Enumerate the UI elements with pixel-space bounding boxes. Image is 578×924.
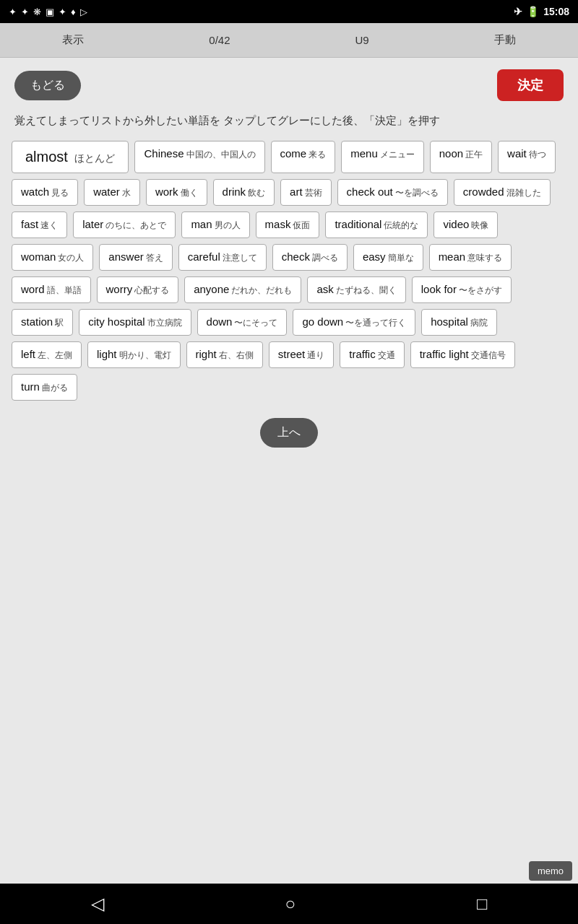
word-en: woman bbox=[21, 250, 56, 263]
word-tag[interactable]: crowded混雑した bbox=[454, 179, 551, 206]
word-jp: 速く bbox=[40, 220, 58, 230]
word-en: careful bbox=[188, 250, 220, 263]
word-jp: 女の人 bbox=[58, 253, 84, 263]
word-tag[interactable]: traffic交通 bbox=[340, 341, 404, 368]
word-jp: 曲がる bbox=[42, 383, 68, 393]
word-en: art bbox=[290, 186, 303, 198]
word-tag[interactable]: noon正午 bbox=[430, 141, 492, 173]
nav-progress: 0/42 bbox=[194, 34, 244, 46]
word-jp: 駅 bbox=[55, 318, 64, 328]
word-tag[interactable]: easy簡単な bbox=[353, 244, 423, 271]
word-tag[interactable]: laterのちに、あとで bbox=[73, 212, 176, 238]
word-tag[interactable]: watch見る bbox=[12, 179, 78, 206]
word-jp: 明かり、電灯 bbox=[119, 350, 171, 360]
word-tag[interactable]: traffic light交通信号 bbox=[410, 341, 515, 368]
word-en: Chinese bbox=[144, 147, 184, 160]
scroll-up-button[interactable]: 上へ bbox=[260, 418, 318, 448]
word-en: answer bbox=[108, 250, 143, 263]
word-tag[interactable]: wait待つ bbox=[498, 141, 556, 173]
word-tag[interactable]: man男の人 bbox=[181, 212, 249, 238]
word-tag[interactable]: down〜にそって bbox=[197, 309, 288, 336]
status-right: ✈ 🔋 15:08 bbox=[514, 6, 569, 17]
word-tag[interactable]: askたずねる、聞く bbox=[307, 276, 405, 303]
word-tag[interactable]: hospital病院 bbox=[421, 309, 497, 336]
battery-icon: 🔋 bbox=[527, 6, 539, 17]
word-tag[interactable]: word語、単語 bbox=[12, 276, 91, 303]
word-en: water bbox=[93, 186, 120, 198]
status-bar: ✦ ✦ ❋ ▣ ✦ ♦ ▷ ✈ 🔋 15:08 bbox=[0, 0, 578, 23]
word-en: fast bbox=[21, 218, 38, 230]
word-en: street bbox=[278, 348, 306, 360]
word-tag[interactable]: careful注意して bbox=[178, 244, 267, 271]
word-en: go down bbox=[302, 315, 343, 328]
word-jp: 〜を通って行く bbox=[345, 318, 406, 328]
word-tag[interactable]: mask仮面 bbox=[256, 212, 320, 238]
word-jp: 通り bbox=[307, 350, 324, 360]
word-tag[interactable]: look for〜をさがす bbox=[412, 276, 512, 303]
status-icon-7: ▷ bbox=[80, 6, 87, 17]
header: もどる 決定 bbox=[0, 58, 578, 113]
status-icons: ✦ ✦ ❋ ▣ ✦ ♦ ▷ bbox=[9, 6, 87, 17]
word-jp: 語、単語 bbox=[47, 285, 82, 295]
word-tag[interactable]: work働く bbox=[146, 179, 207, 206]
featured-word[interactable]: almost ほとんど bbox=[12, 141, 129, 173]
word-tag[interactable]: water水 bbox=[84, 179, 140, 206]
word-tag[interactable]: turn曲がる bbox=[12, 374, 77, 401]
word-tag[interactable]: woman女の人 bbox=[12, 244, 93, 271]
word-tag[interactable]: light明かり、電灯 bbox=[87, 341, 181, 368]
back-button[interactable]: もどる bbox=[14, 71, 81, 100]
word-tag[interactable]: fast速く bbox=[12, 212, 67, 238]
word-en: traffic bbox=[349, 348, 375, 360]
word-jp: 飲む bbox=[248, 188, 265, 198]
word-tag[interactable]: check out〜を調べる bbox=[337, 179, 448, 206]
memo-button[interactable]: memo bbox=[529, 861, 572, 881]
word-jp: 混雑した bbox=[506, 188, 541, 198]
time-display: 15:08 bbox=[543, 6, 569, 17]
word-tag[interactable]: check調べる bbox=[272, 244, 348, 271]
word-jp: 意味する bbox=[467, 253, 502, 263]
word-tag[interactable]: video映像 bbox=[434, 212, 498, 238]
word-jp: のちに、あとで bbox=[105, 220, 166, 230]
nav-bar: 表示 0/42 U9 手動 bbox=[0, 23, 578, 58]
word-en: station bbox=[21, 315, 53, 328]
word-en: down bbox=[207, 315, 233, 328]
word-en: work bbox=[155, 186, 178, 198]
word-tag[interactable]: station駅 bbox=[12, 309, 73, 336]
word-en: traffic light bbox=[420, 348, 469, 360]
word-tag[interactable]: answer答え bbox=[99, 244, 172, 271]
word-jp: 右、右側 bbox=[219, 350, 254, 360]
word-en: wait bbox=[507, 147, 527, 160]
word-tag[interactable]: worry心配する bbox=[97, 276, 179, 303]
word-tag[interactable]: drink飲む bbox=[213, 179, 275, 206]
word-en: mask bbox=[265, 218, 291, 230]
word-en: video bbox=[443, 218, 469, 230]
word-jp: 注意して bbox=[223, 253, 257, 263]
word-tag[interactable]: Chinese中国の、中国人の bbox=[134, 141, 264, 173]
word-en: check bbox=[282, 250, 310, 263]
word-tag[interactable]: traditional伝統的な bbox=[325, 212, 428, 238]
airplane-icon: ✈ bbox=[514, 6, 522, 17]
word-tag[interactable]: mean意味する bbox=[429, 244, 512, 271]
back-nav-icon[interactable]: ◁ bbox=[91, 894, 104, 914]
nav-display[interactable]: 表示 bbox=[48, 33, 98, 47]
bottom-nav: ◁ ○ □ bbox=[0, 884, 578, 924]
word-tag[interactable]: art芸術 bbox=[280, 179, 332, 206]
word-tag[interactable]: right右、右側 bbox=[186, 341, 263, 368]
word-tag[interactable]: come来る bbox=[271, 141, 336, 173]
word-en: city hospital bbox=[88, 315, 144, 328]
word-jp: 左、左側 bbox=[38, 350, 72, 360]
word-tag[interactable]: street通り bbox=[269, 341, 335, 368]
word-tag[interactable]: menuメニュー bbox=[341, 141, 424, 173]
word-jp: だれか、だれも bbox=[231, 285, 292, 295]
nav-mode[interactable]: 手動 bbox=[480, 33, 530, 47]
word-area: almost ほとんど Chinese中国の、中国人のcome来るmenuメニュ… bbox=[0, 141, 578, 401]
word-tag[interactable]: city hospital市立病院 bbox=[79, 309, 191, 336]
status-icon-1: ✦ bbox=[9, 6, 17, 17]
recent-nav-icon[interactable]: □ bbox=[477, 894, 488, 914]
decide-button[interactable]: 決定 bbox=[497, 69, 564, 101]
word-tag[interactable]: go down〜を通って行く bbox=[293, 309, 415, 336]
word-tag[interactable]: left左、左側 bbox=[12, 341, 82, 368]
word-jp: 〜にそって bbox=[234, 318, 277, 328]
home-nav-icon[interactable]: ○ bbox=[285, 894, 296, 914]
word-tag[interactable]: anyoneだれか、だれも bbox=[184, 276, 301, 303]
